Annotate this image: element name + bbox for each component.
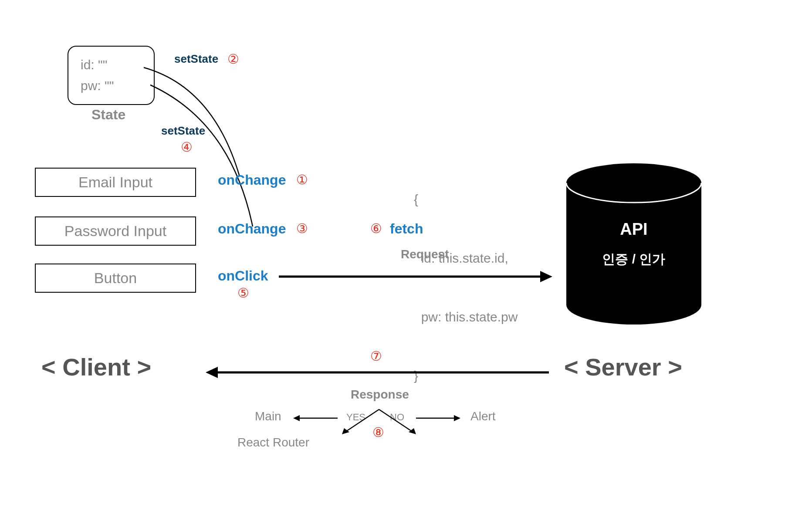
response-label: Response <box>351 388 409 402</box>
curve-onchange3-to-state <box>150 85 253 226</box>
response-arrow <box>205 362 549 383</box>
svg-marker-1 <box>540 271 552 282</box>
button-box: Button <box>35 264 196 293</box>
onchange-handler-1: onChange <box>218 172 286 188</box>
svg-marker-14 <box>454 415 460 421</box>
database-subtitle: 인증 / 인가 <box>564 250 704 268</box>
onchange-handler-3: onChange <box>218 221 286 237</box>
state-pw-value: "" <box>105 78 114 93</box>
main-arrow <box>292 412 340 425</box>
server-header: < Server > <box>564 353 682 381</box>
email-input-box: Email Input <box>35 168 196 197</box>
database-title: API <box>564 220 704 239</box>
step-number-3: ③ <box>296 221 308 236</box>
payload-line2: pw: this.state.pw <box>414 307 518 327</box>
step-number-1: ① <box>296 172 308 187</box>
state-id-line: id: "" <box>81 54 142 75</box>
step-number-4: ④ <box>181 139 193 155</box>
response-alert: Alert <box>470 409 496 423</box>
onclick-handler: onClick <box>218 268 268 284</box>
state-pw-key: pw: <box>81 78 101 93</box>
svg-point-4 <box>566 285 701 324</box>
svg-marker-6 <box>206 367 218 378</box>
response-router: React Router <box>237 436 309 450</box>
request-arrow <box>279 266 553 287</box>
payload-block: { id: this.state.id, pw: this.state.pw } <box>414 150 518 425</box>
state-id-value: "" <box>98 57 107 72</box>
setstate-label-4: setState <box>161 124 205 138</box>
svg-marker-10 <box>409 428 416 434</box>
fetch-label: fetch <box>390 221 423 237</box>
password-input-box: Password Input <box>35 216 196 246</box>
state-box: id: "" pw: "" <box>68 46 155 105</box>
curve-onchange1-to-state <box>144 68 240 176</box>
step-number-2: ② <box>227 51 239 67</box>
step-number-5: ⑤ <box>237 285 249 301</box>
alert-arrow <box>414 412 462 425</box>
state-label: State <box>91 107 125 123</box>
payload-open: { <box>414 189 518 209</box>
setstate-label-2: setState <box>174 52 218 66</box>
state-id-key: id: <box>81 57 95 72</box>
svg-marker-12 <box>293 415 300 421</box>
step-number-6: ⑥ <box>370 221 382 236</box>
step-number-8: ⑧ <box>372 425 384 440</box>
response-main: Main <box>255 409 281 423</box>
client-header: < Client > <box>41 353 151 381</box>
request-label: Request <box>401 247 449 261</box>
svg-marker-8 <box>342 428 349 434</box>
state-pw-line: pw: "" <box>81 75 142 96</box>
database-icon <box>564 163 704 324</box>
